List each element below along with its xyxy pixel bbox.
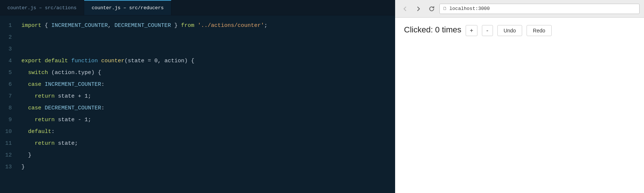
code-line: return state + 1; (21, 91, 395, 102)
code-line: switch (action.type) { (21, 67, 395, 79)
address-bar[interactable]: 🗋 localhost:3000 (439, 4, 640, 14)
code-line: } (21, 150, 395, 161)
browser-toolbar: 🗋 localhost:3000 (395, 0, 644, 18)
tab-reducers[interactable]: counter.js – src/reducers (84, 0, 171, 15)
increment-button[interactable]: + (466, 25, 477, 36)
code-line: default: (21, 126, 395, 138)
tab-actions[interactable]: counter.js – src/actions (0, 0, 84, 15)
code-line: import { INCREMENT_COUNTER, DECREMENT_CO… (21, 20, 395, 32)
tabs-bar: counter.js – src/actions counter.js – sr… (0, 0, 395, 15)
refresh-icon (429, 6, 435, 12)
page-icon: 🗋 (443, 6, 447, 11)
clicked-text: Clicked: 0 times (404, 25, 461, 35)
back-button[interactable] (400, 3, 411, 14)
code-line: return state; (21, 138, 395, 150)
code-line (21, 32, 395, 43)
forward-button[interactable] (413, 3, 424, 14)
editor-pane: counter.js – src/actions counter.js – sr… (0, 0, 395, 193)
code-line (21, 43, 395, 55)
line-numbers: 1 2 3 4 5 6 7 8 9 10 11 12 13 (0, 15, 18, 193)
code-line: case DECREMENT_COUNTER: (21, 102, 395, 114)
refresh-button[interactable] (426, 3, 437, 14)
forward-icon (415, 6, 421, 12)
code-area: 1 2 3 4 5 6 7 8 9 10 11 12 13 import { I… (0, 15, 395, 193)
code-line: export default function counter(state = … (21, 55, 395, 67)
decrement-button[interactable]: - (482, 25, 493, 36)
browser-content: Clicked: 0 times + - Undo Redo (395, 18, 644, 193)
redo-button[interactable]: Redo (527, 25, 551, 36)
undo-button[interactable]: Undo (497, 25, 522, 36)
code-line: case INCREMENT_COUNTER: (21, 79, 395, 91)
code-line: } (21, 161, 395, 173)
code-line: return state - 1; (21, 114, 395, 126)
back-icon (402, 6, 408, 12)
code-content: import { INCREMENT_COUNTER, DECREMENT_CO… (18, 15, 395, 193)
browser-pane: 🗋 localhost:3000 Clicked: 0 times + - Un… (395, 0, 644, 193)
address-text: localhost:3000 (449, 6, 490, 11)
